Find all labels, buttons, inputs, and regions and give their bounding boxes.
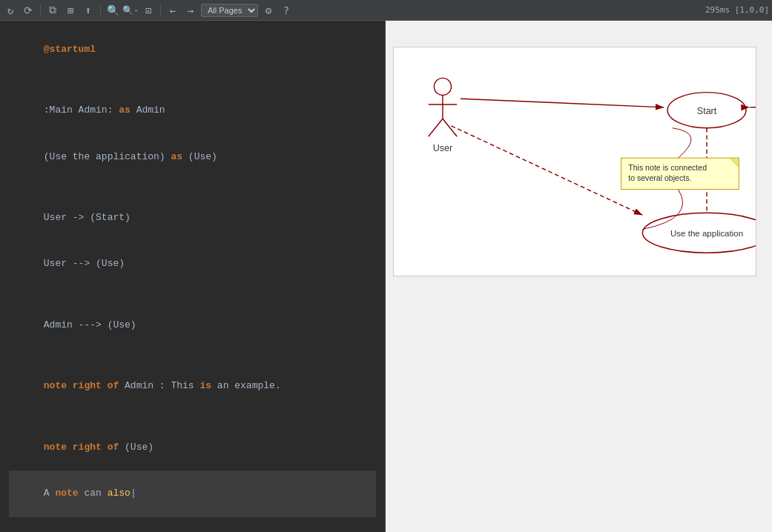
copy-icon[interactable]: ⧉ [45,3,60,18]
code-line-startuml: @startuml [9,27,376,73]
code-line-adminuse: Admin ---> (Use) [9,302,376,348]
code-line-empty3 [9,287,376,302]
zoom-in-icon[interactable]: 🔍 [105,3,120,18]
user-label: User [433,143,452,153]
code-line-empty1 [9,73,376,87]
refresh-icon[interactable]: ↻ [3,3,18,18]
code-line-note1: note right of Admin : This is an example… [9,363,376,409]
diagram-panel: User Main Admin Start Use the applicatio… [386,21,772,532]
code-line-empty4 [9,348,376,363]
startuml-keyword: @startuml [44,44,96,55]
svg-line-16 [750,104,756,107]
help-icon[interactable]: ? [279,3,294,18]
code-line-use: (Use the application) as (Use) [9,134,376,180]
code-line-empty2 [9,180,376,195]
sep2 [100,4,101,17]
main-toolbar: ↻ ⟳ ⧉ ⊞ ⬆ 🔍 🔍- ⊡ ← → All Pages ⚙ ? 295ms… [0,0,772,21]
code-editor[interactable]: @startuml :Main Admin: as Admin (Use the… [0,21,386,532]
diagram-svg: User Main Admin Start Use the applicatio… [393,47,756,276]
code-line-notecontent2: be on several lines [9,517,376,532]
use-label: Use the application [670,229,743,238]
note2-line2: to several objects. [628,173,691,182]
export-icon[interactable]: ⬆ [81,3,96,18]
code-line-mainadmin: :Main Admin: as Admin [9,87,376,133]
zoom-out-icon[interactable]: 🔍- [123,3,138,18]
code-line-useruse: User --> (Use) [9,242,376,287]
arrow-left-icon[interactable]: ← [165,3,180,18]
code-line-notecontent1: A note can also| [9,471,376,516]
status-text: 295ms [1,0,0] [705,5,769,15]
settings-icon[interactable]: ⚙ [261,3,276,18]
sep1 [40,4,41,17]
sep3 [160,4,161,17]
main-content: @startuml :Main Admin: as Admin (Use the… [0,21,772,532]
zoom-fit-icon[interactable]: ⊡ [141,3,156,18]
arrow-right-icon[interactable]: → [183,3,198,18]
start-label: Start [697,106,717,116]
code-line-note2start: note right of (Use) [9,425,376,471]
reload-icon[interactable]: ⟳ [21,3,36,18]
code-line-empty5 [9,410,376,425]
code-line-userstart: User -> (Start) [9,195,376,241]
grid-icon[interactable]: ⊞ [63,3,78,18]
pages-selector[interactable]: All Pages [201,4,258,17]
note2-line1: This note is connected [628,163,707,172]
